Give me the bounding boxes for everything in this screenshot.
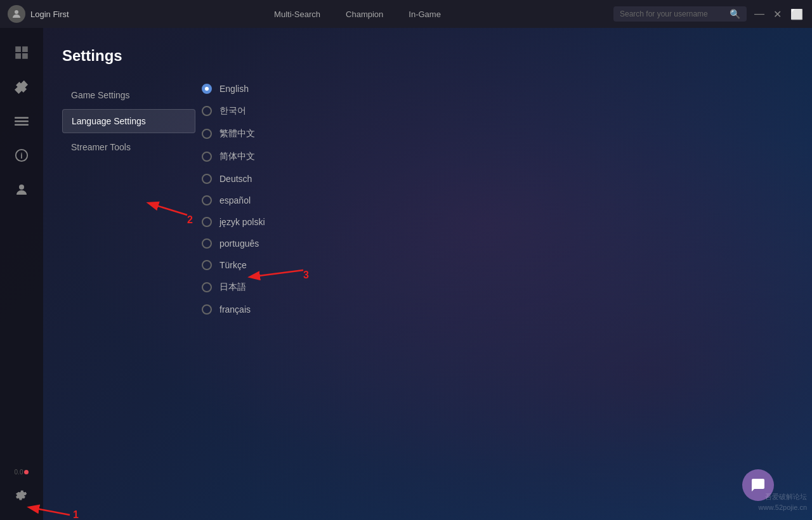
svg-point-0 [15, 10, 18, 14]
language-option-6[interactable]: język polski [202, 217, 265, 227]
minimize-button[interactable]: — [754, 8, 764, 20]
svg-rect-2 [15, 120, 29, 122]
language-option-7[interactable]: português [202, 238, 265, 249]
update-dot [24, 470, 29, 474]
radio-2 [202, 129, 212, 139]
window-controls: — ✕ ⬜ [754, 8, 812, 20]
language-list: English한국어繁體中文简体中文Deutschespañoljęzyk po… [195, 84, 265, 315]
language-label-7: português [219, 238, 259, 249]
sidebar-bottom: 0.0 [0, 469, 43, 520]
language-label-1: 한국어 [219, 105, 246, 117]
language-option-4[interactable]: Deutsch [202, 174, 265, 184]
language-option-2[interactable]: 繁體中文 [202, 128, 265, 140]
language-option-3[interactable]: 简体中文 [202, 151, 265, 162]
radio-5 [202, 195, 212, 205]
radio-0 [202, 84, 212, 94]
login-label[interactable]: Login First [30, 10, 69, 19]
radio-10 [202, 304, 212, 315]
sidebar: i 0.0 [0, 28, 43, 520]
language-option-0[interactable]: English [202, 84, 265, 94]
avatar [8, 5, 25, 23]
search-bar[interactable]: 🔍 [613, 6, 747, 22]
language-label-3: 简体中文 [219, 151, 255, 162]
svg-rect-3 [15, 124, 29, 126]
language-option-10[interactable]: français [202, 304, 265, 315]
title-bar: Login First Multi-Search Champion In-Gam… [0, 0, 812, 28]
version-badge: 0.0 [15, 469, 29, 476]
content-area: Settings Game Settings Language Settings… [43, 28, 812, 520]
user-section: Login First [0, 5, 102, 23]
nav-in-game[interactable]: In-Game [409, 10, 441, 19]
language-label-0: English [219, 84, 249, 94]
maximize-button[interactable]: ⬜ [790, 8, 803, 20]
search-icon: 🔍 [730, 9, 740, 19]
sidebar-item-lol[interactable] [7, 38, 36, 67]
radio-4 [202, 174, 212, 184]
language-label-2: 繁體中文 [219, 128, 255, 140]
svg-text:i: i [20, 152, 22, 160]
language-label-10: français [219, 304, 251, 315]
language-label-8: Türkçe [219, 260, 247, 270]
watermark: 吾爱破解论坛 www.52pojie.cn [759, 491, 807, 512]
nav-links: Multi-Search Champion In-Game [102, 10, 613, 19]
nav-game-settings[interactable]: Game Settings [62, 84, 195, 107]
sidebar-item-champion[interactable] [7, 175, 36, 204]
sidebar-item-info[interactable]: i [7, 141, 36, 170]
language-option-8[interactable]: Türkçe [202, 260, 265, 270]
nav-language-settings[interactable]: Language Settings [62, 109, 195, 133]
close-button[interactable]: ✕ [773, 8, 782, 20]
language-label-9: 日本語 [219, 282, 246, 293]
search-input[interactable] [620, 10, 730, 18]
nav-streamer-tools[interactable]: Streamer Tools [62, 136, 195, 159]
radio-8 [202, 260, 212, 270]
language-option-9[interactable]: 日本語 [202, 282, 265, 293]
nav-champion[interactable]: Champion [346, 10, 383, 19]
radio-3 [202, 152, 212, 162]
language-label-6: język polski [219, 217, 265, 227]
settings-nav: Game Settings Language Settings Streamer… [62, 84, 195, 315]
main-layout: i 0.0 Settings G [0, 28, 812, 520]
page-title: Settings [62, 47, 812, 65]
sidebar-item-settings[interactable] [7, 481, 36, 510]
language-label-5: español [219, 195, 251, 205]
svg-point-6 [19, 185, 24, 190]
language-option-5[interactable]: español [202, 195, 265, 205]
language-label-4: Deutsch [219, 174, 252, 184]
settings-body: Game Settings Language Settings Streamer… [62, 84, 812, 315]
svg-rect-1 [15, 117, 29, 119]
radio-6 [202, 217, 212, 227]
nav-multi-search[interactable]: Multi-Search [274, 10, 320, 19]
language-option-1[interactable]: 한국어 [202, 105, 265, 117]
radio-9 [202, 282, 212, 292]
sidebar-item-menu[interactable] [7, 107, 36, 136]
radio-7 [202, 238, 212, 249]
radio-1 [202, 106, 212, 116]
sidebar-item-tools[interactable] [7, 72, 36, 101]
